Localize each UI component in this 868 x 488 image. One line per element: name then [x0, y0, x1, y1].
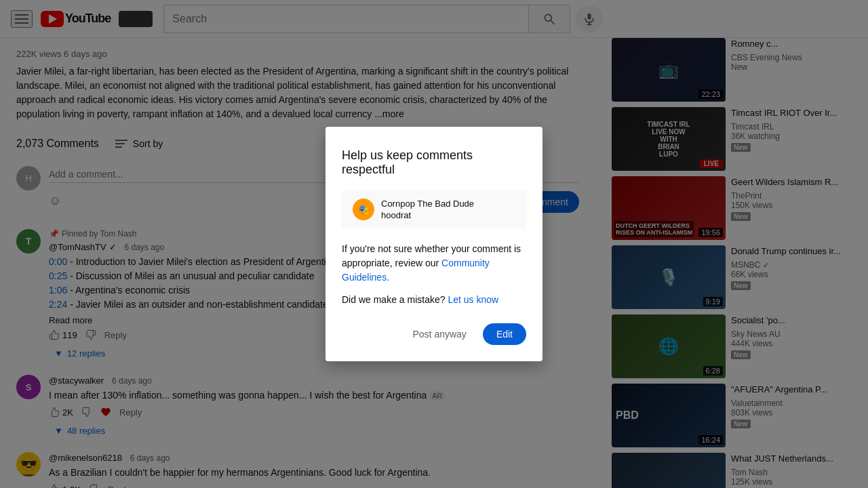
let-us-know-link[interactable]: Let us know [448, 294, 498, 305]
modal-title: Help us keep comments respectful [342, 148, 526, 177]
modal-overlay: Help us keep comments respectful 🎭 Cornp… [0, 0, 868, 488]
edit-button[interactable]: Edit [483, 323, 526, 345]
modal-comment-info: Cornpop The Bad Dude hoodrat [381, 199, 474, 220]
post-anyway-button[interactable]: Post anyway [402, 323, 477, 345]
modal-mistake-text: Did we make a mistake? [342, 294, 446, 305]
modal-comment-preview: 🎭 Cornpop The Bad Dude hoodrat [342, 190, 526, 228]
modal-body: If you're not sure whether your comment … [342, 242, 526, 285]
modal-body-text: If you're not sure whether your comment … [342, 243, 521, 268]
modal-commenter-avatar: 🎭 [353, 199, 374, 220]
modal-mistake: Did we make a mistake? Let us know [342, 293, 526, 307]
modal-commenter-name: Cornpop The Bad Dude [381, 199, 474, 209]
modal-footer: Post anyway Edit [342, 323, 526, 345]
modal-comment-text: hoodrat [381, 210, 474, 220]
modal-dialog: Help us keep comments respectful 🎭 Cornp… [326, 127, 542, 361]
